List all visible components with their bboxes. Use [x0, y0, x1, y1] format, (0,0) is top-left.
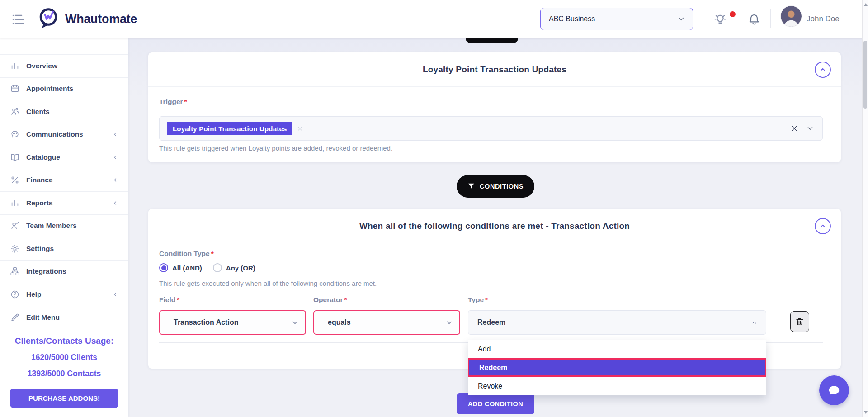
calendar-icon: [10, 84, 20, 94]
chevron-down-icon: [677, 15, 685, 23]
required-asterisk: *: [184, 98, 187, 105]
bar-chart-icon: [10, 61, 20, 71]
business-selector-value: ABC Business: [549, 15, 677, 23]
funnel-icon: [467, 183, 475, 190]
conditions-card-title: When all of the following conditions are…: [359, 221, 630, 231]
collapse-trigger-card-button[interactable]: [815, 62, 831, 78]
sidebar-item-label: Edit Menu: [26, 313, 118, 322]
sidebar-item-overview[interactable]: Overview: [0, 55, 128, 78]
sidebar-item-integrations[interactable]: Integrations: [0, 261, 128, 284]
sidebar-item-label: Communications: [26, 130, 112, 138]
radio-all-label: All (AND): [172, 264, 202, 272]
top-navbar: Whautomate ABC Business John Doe: [0, 0, 868, 38]
business-selector[interactable]: ABC Business: [540, 8, 693, 30]
gear-icon: [10, 244, 20, 254]
purchase-addons-button[interactable]: PURCHASE ADDONS!: [10, 389, 118, 408]
usage-contacts: 1393/5000 Contacts: [0, 369, 128, 379]
conditions-helper-text: This rule gets executed only when all of…: [159, 280, 377, 287]
sidebar-item-label: Appointments: [26, 85, 118, 93]
chevron-down-icon: [445, 319, 453, 327]
type-option-add[interactable]: Add: [468, 340, 766, 358]
type-select-value: Redeem: [477, 318, 751, 327]
usage-title: Clients/Contacts Usage:: [0, 336, 128, 346]
sidebar-item-appointments[interactable]: Appointments: [0, 78, 128, 101]
field-select-value: Transaction Action: [174, 318, 291, 327]
conditions-card-header: When all of the following conditions are…: [148, 209, 841, 243]
sidebar-item-settings[interactable]: Settings: [0, 237, 128, 261]
chevron-left-icon: [112, 131, 118, 137]
navbar-divider: [739, 9, 739, 28]
sidebar-item-help[interactable]: Help: [0, 283, 128, 306]
sidebar-nav: Overview Appointments Clients Communicat…: [0, 38, 128, 417]
type-option-redeem-selected[interactable]: Redeem: [468, 358, 766, 377]
delete-condition-button[interactable]: [790, 311, 809, 332]
sidebar-item-edit-menu[interactable]: Edit Menu: [0, 306, 128, 329]
chevron-up-icon: [751, 319, 758, 326]
hamburger-menu-icon[interactable]: [12, 14, 27, 25]
chat-fab-button[interactable]: [819, 375, 849, 405]
tag-remove-icon[interactable]: [297, 126, 303, 132]
scroll-down-arrow[interactable]: [863, 409, 868, 416]
notification-dot: [730, 11, 736, 17]
user-photo: [781, 6, 802, 27]
chevron-down-icon[interactable]: [806, 124, 814, 133]
operator-label: Operator*: [313, 296, 347, 304]
type-select[interactable]: Redeem: [468, 310, 766, 335]
radio-unselected-icon: [213, 263, 222, 272]
radio-all-and[interactable]: All (AND): [159, 263, 202, 272]
scrollbar-thumb[interactable]: [863, 41, 867, 109]
condition-type-label: Condition Type*: [159, 250, 214, 258]
sidebar-item-reports[interactable]: Reports: [0, 192, 128, 215]
chevron-left-icon: [112, 200, 118, 206]
chevron-left-icon: [112, 154, 118, 161]
trigger-pill-cutoff: [466, 38, 518, 43]
user-name[interactable]: John Doe: [807, 14, 840, 24]
sidebar-item-clients[interactable]: Clients: [0, 100, 128, 123]
percent-icon: [10, 175, 20, 185]
app-logo[interactable]: Whautomate: [36, 6, 137, 32]
radio-any-label: Any (OR): [226, 264, 255, 272]
trigger-select[interactable]: Loyalty Point Transaction Updates: [159, 116, 823, 141]
condition-type-radio-group: All (AND) Any (OR): [159, 263, 255, 272]
sidebar-item-team-members[interactable]: Team Members: [0, 215, 128, 238]
chevron-left-icon: [112, 291, 118, 298]
chevron-left-icon: [112, 177, 118, 183]
main-content: Loyalty Point Transaction Updates Trigge…: [128, 38, 862, 417]
operator-select-value: equals: [328, 318, 445, 327]
sidebar-item-label: Catalogue: [26, 153, 112, 161]
sidebar-item-finance[interactable]: Finance: [0, 169, 128, 192]
trigger-helper-text: This rule gets triggered when Loyalty po…: [159, 144, 392, 152]
field-label: Field*: [159, 296, 179, 304]
sidebar-item-label: Reports: [26, 199, 112, 207]
add-condition-button[interactable]: ADD CONDITION: [457, 393, 534, 414]
pencil-icon: [10, 313, 20, 322]
operator-select[interactable]: equals: [313, 310, 460, 335]
chevron-up-icon: [819, 66, 827, 74]
user-avatar[interactable]: [781, 6, 802, 27]
sidebar-item-label: Team Members: [26, 222, 118, 230]
type-label: Type*: [468, 296, 488, 304]
question-circle-icon: [10, 289, 20, 299]
sidebar-item-label: Help: [26, 290, 112, 299]
sidebar-item-catalogue[interactable]: Catalogue: [0, 146, 128, 169]
sidebar-item-communications[interactable]: Communications: [0, 123, 128, 147]
clear-selection-icon[interactable]: [791, 125, 798, 132]
type-dropdown-menu: Add Redeem Revoke: [468, 340, 766, 395]
required-asterisk: *: [211, 250, 214, 257]
chevron-down-icon: [291, 319, 299, 327]
sidebar-item-label: Overview: [26, 62, 118, 70]
radio-selected-icon: [159, 263, 168, 272]
lightbulb-icon[interactable]: [712, 12, 728, 27]
sidebar-item-label: Integrations: [26, 267, 118, 275]
person-check-icon: [10, 221, 20, 231]
page-scrollbar[interactable]: [862, 0, 868, 417]
sitemap-icon: [10, 266, 20, 276]
type-option-revoke[interactable]: Revoke: [468, 377, 766, 395]
usage-summary: Clients/Contacts Usage: 1620/5000 Client…: [0, 336, 128, 408]
collapse-conditions-card-button[interactable]: [815, 218, 831, 234]
scroll-up-arrow[interactable]: [863, 1, 868, 8]
conditions-button[interactable]: CONDITIONS: [457, 175, 534, 198]
bell-icon[interactable]: [747, 12, 761, 27]
field-select[interactable]: Transaction Action: [159, 310, 306, 335]
radio-any-or[interactable]: Any (OR): [213, 263, 255, 272]
